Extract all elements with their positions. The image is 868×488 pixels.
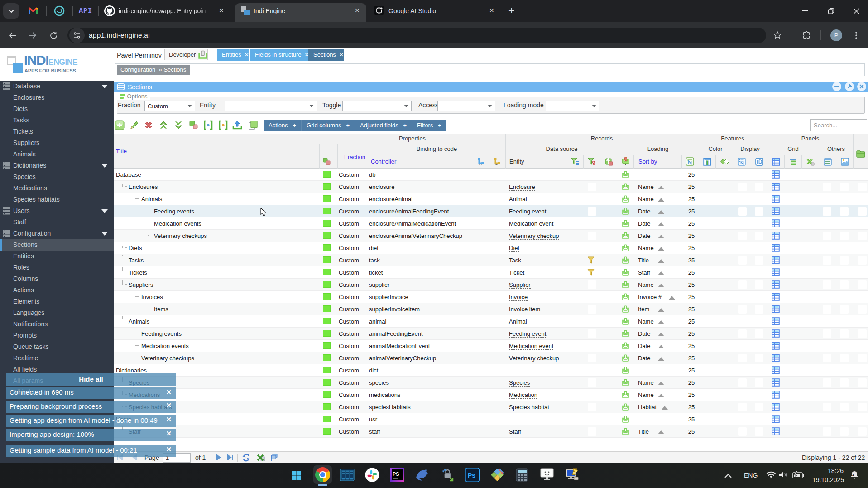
svg-text:Ps: Ps bbox=[468, 472, 475, 479]
svg-text:z: z bbox=[852, 472, 854, 477]
svg-text:z: z bbox=[855, 471, 857, 474]
svg-text:PS: PS bbox=[393, 471, 399, 477]
